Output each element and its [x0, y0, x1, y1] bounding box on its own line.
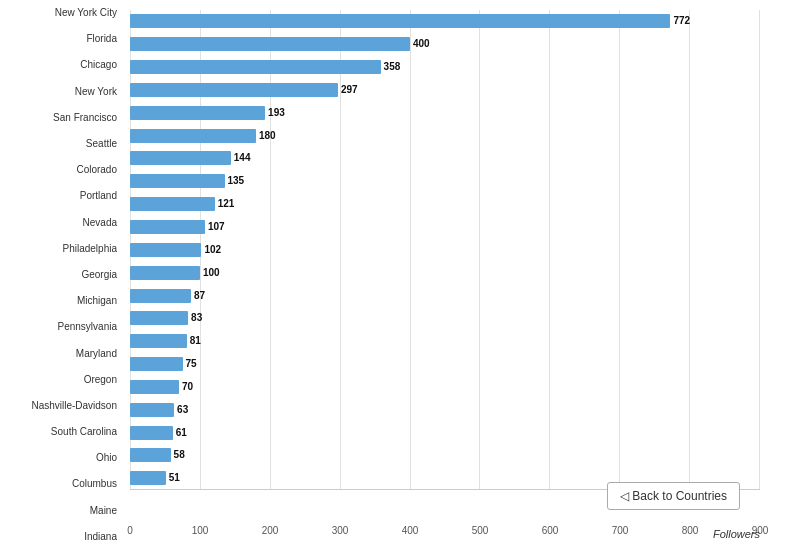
y-label: Oregon [0, 370, 125, 390]
bar-row: 63 [130, 400, 760, 420]
y-label: Georgia [0, 265, 125, 285]
bar-value-label: 180 [259, 129, 276, 143]
y-label: San Francisco [0, 108, 125, 128]
bar: 58 [130, 448, 171, 462]
bar: 102 [130, 243, 201, 257]
bar-row: 75 [130, 354, 760, 374]
bar-value-label: 144 [234, 151, 251, 165]
x-tick-label: 100 [185, 525, 215, 536]
bar-value-label: 102 [204, 243, 221, 257]
y-label: New York City [0, 3, 125, 23]
bar-row: 121 [130, 194, 760, 214]
x-tick-label: 800 [675, 525, 705, 536]
bar-row: 400 [130, 34, 760, 54]
bars-wrapper: 7724003582971931801441351211071021008783… [130, 10, 760, 490]
bar-value-label: 193 [268, 106, 285, 120]
bar: 107 [130, 220, 205, 234]
bar-value-label: 63 [177, 403, 188, 417]
back-to-countries-button[interactable]: ◁ Back to Countries [607, 482, 740, 510]
chart-container: New York CityFloridaChicagoNew YorkSan F… [0, 0, 800, 550]
bar-value-label: 121 [218, 197, 235, 211]
bar: 400 [130, 37, 410, 51]
bar-row: 70 [130, 377, 760, 397]
bar: 70 [130, 380, 179, 394]
bar: 100 [130, 266, 200, 280]
x-tick-label: 0 [115, 525, 145, 536]
bar: 297 [130, 83, 338, 97]
y-label: Chicago [0, 55, 125, 75]
y-label: Nashville-Davidson [0, 396, 125, 416]
bar-row: 193 [130, 103, 760, 123]
bar-row: 102 [130, 240, 760, 260]
y-label: Indiana [0, 527, 125, 547]
bar-value-label: 51 [169, 471, 180, 485]
bar-row: 83 [130, 308, 760, 328]
bar-row: 87 [130, 286, 760, 306]
bar: 81 [130, 334, 187, 348]
bar: 87 [130, 289, 191, 303]
y-label: Maryland [0, 344, 125, 364]
bar: 75 [130, 357, 183, 371]
bar-value-label: 100 [203, 266, 220, 280]
bar: 358 [130, 60, 381, 74]
x-tick-label: 500 [465, 525, 495, 536]
bar: 144 [130, 151, 231, 165]
bar-row: 144 [130, 148, 760, 168]
bar-row: 61 [130, 423, 760, 443]
bar-value-label: 358 [384, 60, 401, 74]
x-tick-label: 300 [325, 525, 355, 536]
bar: 83 [130, 311, 188, 325]
bar-row: 772 [130, 11, 760, 31]
bar-value-label: 83 [191, 311, 202, 325]
bar-value-label: 297 [341, 83, 358, 97]
bar-row: 358 [130, 57, 760, 77]
bar-row: 180 [130, 126, 760, 146]
y-label: Portland [0, 186, 125, 206]
bar-value-label: 400 [413, 37, 430, 51]
x-tick-label: 200 [255, 525, 285, 536]
bar: 772 [130, 14, 670, 28]
bar-value-label: 58 [174, 448, 185, 462]
y-label: South Carolina [0, 422, 125, 442]
bar-row: 58 [130, 445, 760, 465]
y-label: Columbus [0, 474, 125, 494]
bar-value-label: 70 [182, 380, 193, 394]
y-label: Pennsylvania [0, 317, 125, 337]
y-axis: New York CityFloridaChicagoNew YorkSan F… [0, 0, 125, 550]
x-tick-label: 600 [535, 525, 565, 536]
bar: 193 [130, 106, 265, 120]
chart-area: 7724003582971931801441351211071021008783… [130, 10, 760, 490]
bar-row: 100 [130, 263, 760, 283]
x-axis-title: Followers [713, 528, 760, 540]
bar-value-label: 87 [194, 289, 205, 303]
x-tick-label: 400 [395, 525, 425, 536]
bar-value-label: 61 [176, 426, 187, 440]
y-label: Colorado [0, 160, 125, 180]
bar: 51 [130, 471, 166, 485]
bar-row: 107 [130, 217, 760, 237]
y-label: New York [0, 82, 125, 102]
bar: 63 [130, 403, 174, 417]
bar: 61 [130, 426, 173, 440]
bar-value-label: 772 [673, 14, 690, 28]
bar: 180 [130, 129, 256, 143]
y-label: Philadelphia [0, 239, 125, 259]
y-label: Seattle [0, 134, 125, 154]
bar: 135 [130, 174, 225, 188]
bar-row: 135 [130, 171, 760, 191]
bar-value-label: 75 [186, 357, 197, 371]
bar-value-label: 135 [228, 174, 245, 188]
bar: 121 [130, 197, 215, 211]
bar-row: 81 [130, 331, 760, 351]
bar-row: 297 [130, 80, 760, 100]
y-label: Florida [0, 29, 125, 49]
y-label: Michigan [0, 291, 125, 311]
bar-value-label: 81 [190, 334, 201, 348]
x-tick-label: 700 [605, 525, 635, 536]
y-label: Nevada [0, 213, 125, 233]
bar-value-label: 107 [208, 220, 225, 234]
y-label: Maine [0, 501, 125, 521]
y-label: Ohio [0, 448, 125, 468]
